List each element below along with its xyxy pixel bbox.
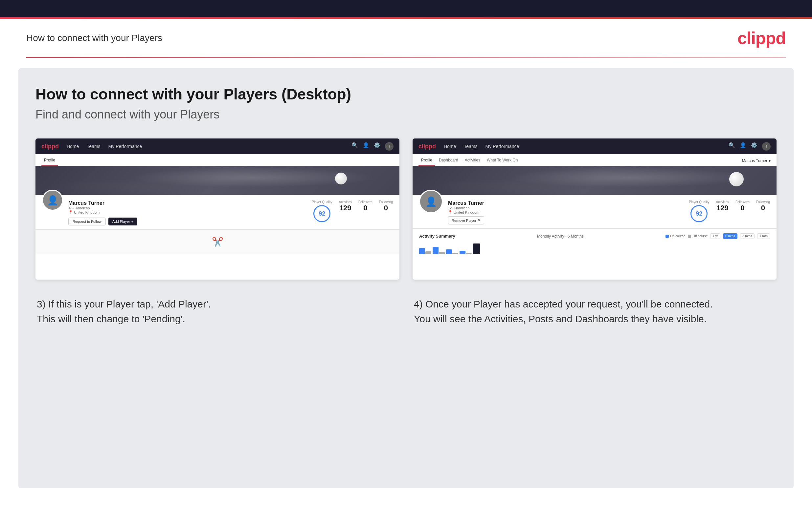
golf-ball-left <box>335 173 347 184</box>
screenshot-bottom-left: ✂️ <box>36 229 399 254</box>
avatar-circle-left: 👤 <box>42 190 63 211</box>
desc-right: 4) Once your Player has accepted your re… <box>413 297 776 326</box>
remove-player-button[interactable]: Remove Player ✕ <box>448 216 484 224</box>
chart-group-5 <box>473 243 480 254</box>
app-screenshot-left: clippd Home Teams My Performance 🔍 👤 ⚙️ … <box>36 138 399 280</box>
profile-buttons-left: Request to Follow Add Player + <box>68 218 305 225</box>
nav-myperformance-right[interactable]: My Performance <box>486 144 519 149</box>
page-heading: How to connect with your Players (Deskto… <box>36 85 776 103</box>
activity-controls: On course Off course 1 yr 6 mths 3 mths … <box>665 233 770 239</box>
desc-text-left: 3) If this is your Player tap, 'Add Play… <box>37 297 398 326</box>
top-bar <box>0 0 812 17</box>
quality-circle-left: 92 <box>313 205 331 222</box>
settings-icon-left[interactable]: ⚙️ <box>374 142 380 151</box>
screenshot-right: clippd Home Teams My Performance 🔍 👤 ⚙️ … <box>413 138 776 280</box>
off-course-dot <box>688 235 691 238</box>
user-label-right: Marcus Turner ▾ <box>742 159 771 166</box>
profile-info-left: 👤 Marcus Turner 1-5 Handicap 📍 United Ki… <box>36 195 399 229</box>
nav-home-left[interactable]: Home <box>67 144 79 149</box>
followers-label-left: Followers <box>358 200 372 204</box>
followers-label-right: Followers <box>735 200 750 204</box>
app-screenshot-right: clippd Home Teams My Performance 🔍 👤 ⚙️ … <box>413 138 776 280</box>
followers-value-right: 0 <box>735 204 750 212</box>
header-divider <box>26 57 786 58</box>
profile-handicap-right: 1-5 Handicap <box>448 206 682 210</box>
profile-icon-right[interactable]: 👤 <box>740 142 746 151</box>
nav-teams-right[interactable]: Teams <box>464 144 477 149</box>
followers-stat-right: Followers 0 <box>735 200 750 212</box>
following-value-right: 0 <box>756 204 770 212</box>
close-icon: ✕ <box>477 218 480 223</box>
quality-circle-right: 92 <box>691 205 708 222</box>
app-nav-right: clippd Home Teams My Performance 🔍 👤 ⚙️ … <box>413 138 776 154</box>
avatar-person-icon-left: 👤 <box>47 195 58 206</box>
bar-on-3 <box>446 249 452 254</box>
chart-group-2 <box>433 247 445 254</box>
tab-what-to-work-on-right[interactable]: What To Work On <box>484 158 520 166</box>
page-subheading: Find and connect with your Players <box>36 108 776 121</box>
banner-left <box>36 166 399 195</box>
tab-activities-right[interactable]: Activities <box>462 158 483 166</box>
avatar-right[interactable]: T <box>762 142 771 151</box>
following-value-left: 0 <box>379 204 393 212</box>
activities-label-right: Activities <box>716 200 729 204</box>
activity-summary: Activity Summary Monthly Activity · 6 Mo… <box>413 228 776 259</box>
breadcrumb: How to connect with your Players <box>26 33 162 43</box>
avatar-circle-right: 👤 <box>419 190 443 213</box>
avatar-person-icon-right: 👤 <box>425 196 437 207</box>
period-1yr[interactable]: 1 yr <box>710 233 720 239</box>
nav-myperformance-left[interactable]: My Performance <box>108 144 142 149</box>
following-stat-right: Following 0 <box>756 200 770 212</box>
legend-off-course: Off course <box>688 234 708 238</box>
tab-dashboard-right[interactable]: Dashboard <box>436 158 461 166</box>
activities-stat-right: Activities 129 <box>716 200 729 212</box>
following-stat-left: Following 0 <box>379 200 393 212</box>
activity-title: Activity Summary <box>419 234 455 238</box>
logo: clippd <box>738 28 786 48</box>
nav-home-right[interactable]: Home <box>444 144 456 149</box>
request-follow-button[interactable]: Request to Follow <box>68 218 106 225</box>
golf-ball-right <box>729 172 744 186</box>
app-tabs-right: Profile Dashboard Activities What To Wor… <box>413 154 776 166</box>
location-icon-right: 📍 <box>448 210 453 214</box>
activities-value-left: 129 <box>339 204 352 212</box>
tab-profile-right[interactable]: Profile <box>418 158 435 166</box>
search-icon-right[interactable]: 🔍 <box>728 142 735 151</box>
banner-right <box>413 166 776 195</box>
profile-details-right: Marcus Turner 1-5 Handicap 📍 United King… <box>448 199 682 224</box>
activities-value-right: 129 <box>716 204 729 212</box>
bar-off-3 <box>452 253 458 254</box>
tab-profile-left[interactable]: Profile <box>41 158 58 166</box>
nav-icons-left: 🔍 👤 ⚙️ T <box>351 142 394 151</box>
period-1mth[interactable]: 1 mth <box>757 233 770 239</box>
banner-overlay-right <box>413 166 776 195</box>
bar-on-1 <box>419 248 425 254</box>
settings-icon-right[interactable]: ⚙️ <box>751 142 757 151</box>
period-3mths[interactable]: 3 mths <box>740 233 755 239</box>
nav-icons-right: 🔍 👤 ⚙️ T <box>728 142 771 151</box>
description-row: 3) If this is your Player tap, 'Add Play… <box>36 297 776 326</box>
on-course-dot <box>665 235 669 238</box>
activities-stat-left: Activities 129 <box>339 200 352 212</box>
nav-teams-left[interactable]: Teams <box>87 144 100 149</box>
avatar-left[interactable]: T <box>385 142 394 151</box>
activity-header: Activity Summary Monthly Activity · 6 Mo… <box>419 233 770 239</box>
chart-group-3 <box>446 249 458 254</box>
followers-stat-left: Followers 0 <box>358 200 372 212</box>
quality-label-right: Player Quality <box>689 200 709 204</box>
search-icon-left[interactable]: 🔍 <box>351 142 358 151</box>
stats-row-left: Player Quality 92 Activities 129 <box>312 200 393 222</box>
desc-left: 3) If this is your Player tap, 'Add Play… <box>36 297 399 326</box>
period-6mths[interactable]: 6 mths <box>723 233 738 239</box>
profile-icon-left[interactable]: 👤 <box>363 142 369 151</box>
profile-details-left: Marcus Turner 1-5 Handicap 📍 United King… <box>68 199 305 225</box>
legend-on-course: On course <box>665 234 685 238</box>
app-logo-right: clippd <box>418 143 436 150</box>
location-icon-left: 📍 <box>68 210 73 214</box>
following-label-left: Following <box>379 200 393 204</box>
bar-on-4 <box>460 251 465 254</box>
add-player-button[interactable]: Add Player + <box>108 218 137 225</box>
bar-off-2 <box>439 252 445 254</box>
plus-icon: + <box>132 220 133 223</box>
profile-name-right: Marcus Turner <box>448 200 682 206</box>
